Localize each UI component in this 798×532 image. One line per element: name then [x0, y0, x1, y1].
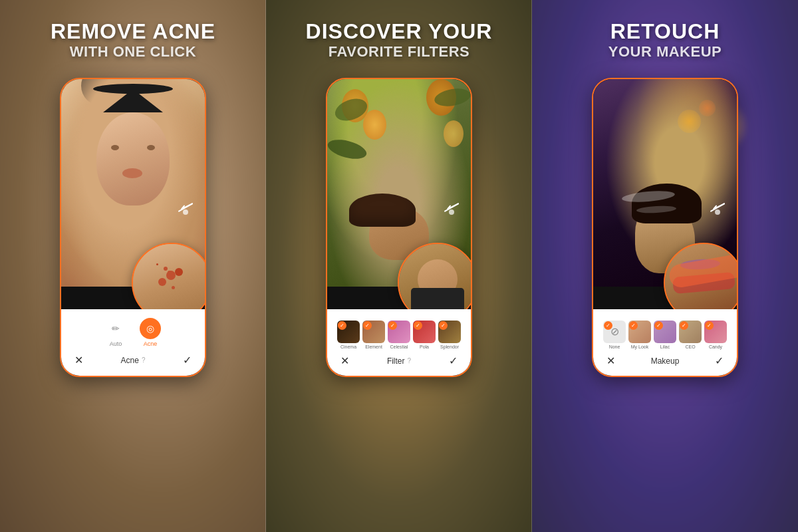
toolbar-cancel-3[interactable]: ✕ — [606, 354, 615, 367]
phone-frame-3: ✓ ⊘ None ✓ My Look — [592, 78, 738, 377]
makeup-none[interactable]: ✓ ⊘ None — [603, 321, 626, 349]
panel-makeup: RETOUCH YOUR MAKEUP — [532, 0, 798, 532]
phone-screen-3: ✓ ⊘ None ✓ My Look — [593, 79, 737, 376]
panel-1-headline: REMOVE ACNE WITH ONE CLICK — [37, 0, 229, 71]
makeup-mylook-img: ✓ — [628, 321, 651, 343]
filter-thumbnails: ✓ Cinema ✓ Element — [334, 317, 464, 349]
toolbar-confirm-1[interactable]: ✓ — [183, 354, 192, 366]
phone-toolbar-2: ✓ Cinema ✓ Element — [327, 309, 471, 376]
phone-frame-2: ✓ Cinema ✓ Element — [326, 78, 472, 377]
panel-2-headline-main: DISCOVER YOUR — [306, 20, 493, 43]
filter-cinema-img: ✓ — [337, 321, 360, 343]
filter-element-label: Element — [365, 344, 382, 349]
panel-3-content: RETOUCH YOUR MAKEUP — [532, 0, 798, 532]
filter-splendor[interactable]: ✓ Splendor — [438, 321, 461, 349]
tool-acne[interactable]: ◎ Acne — [140, 318, 161, 347]
toolbar-bottom-3: ✕ Makeup ✓ — [600, 354, 730, 367]
filter-splendor-label: Splendor — [440, 344, 459, 349]
makeup-lilac[interactable]: ✓ Lilac — [654, 321, 676, 349]
toolbar-cancel-2[interactable]: ✕ — [340, 354, 349, 367]
makeup-candy-img: ✓ — [704, 321, 727, 343]
app-container: REMOVE ACNE WITH ONE CLICK — [0, 0, 798, 532]
filter-pola-label: Pola — [420, 344, 429, 349]
makeup-mylook[interactable]: ✓ My Look — [628, 321, 651, 349]
makeup-thumbnails: ✓ ⊘ None ✓ My Look — [600, 317, 730, 349]
panel-1-headline-main: REMOVE ACNE — [51, 20, 215, 43]
phone-screen-2: ✓ Cinema ✓ Element — [327, 79, 471, 376]
filter-pola-img: ✓ — [413, 321, 436, 343]
makeup-candy[interactable]: ✓ Candy — [704, 321, 727, 349]
phone-screen-1: ✏ Auto ◎ Acne ✕ Acne — [61, 79, 205, 376]
makeup-mylook-label: My Look — [631, 344, 648, 349]
panel-acne: REMOVE ACNE WITH ONE CLICK — [0, 0, 266, 532]
toolbar-bottom-1: ✕ Acne ? ✓ — [68, 354, 198, 366]
toolbar-title-3: Makeup — [651, 356, 680, 366]
panel-2-content: DISCOVER YOUR FAVORITE FILTERS — [266, 0, 532, 532]
dot-indicator-3 — [715, 209, 720, 215]
filter-cinema[interactable]: ✓ Cinema — [337, 321, 360, 349]
tool-acne-icon: ◎ — [140, 318, 161, 339]
makeup-none-label: None — [609, 344, 620, 349]
tool-auto-icon: ✏ — [105, 318, 126, 339]
makeup-none-img: ✓ ⊘ — [603, 321, 626, 343]
makeup-ceo-img: ✓ — [679, 321, 702, 343]
filter-splendor-img: ✓ — [438, 321, 461, 343]
toolbar-bottom-2: ✕ Filter ? ✓ — [334, 354, 464, 367]
toolbar-title-1: Acne ? — [121, 356, 146, 365]
filter-element-img: ✓ — [362, 321, 385, 343]
panel-2-headline-sub: FAVORITE FILTERS — [306, 43, 493, 61]
panel-1-headline-sub: WITH ONE CLICK — [51, 43, 215, 61]
makeup-candy-label: Candy — [709, 344, 722, 349]
panel-1-content: REMOVE ACNE WITH ONE CLICK — [0, 0, 266, 532]
dot-indicator-1 — [183, 209, 188, 215]
swipe-arrow-3 — [700, 198, 727, 220]
swipe-arrow-2 — [434, 198, 461, 220]
toolbar-confirm-3[interactable]: ✓ — [715, 354, 724, 367]
toolbar-cancel-1[interactable]: ✕ — [74, 354, 83, 366]
panel-3-headline-main: RETOUCH — [608, 20, 722, 43]
tool-acne-label: Acne — [144, 340, 158, 347]
makeup-lilac-img: ✓ — [654, 321, 676, 343]
dot-indicator-2 — [449, 209, 454, 215]
phone-frame-1: ✏ Auto ◎ Acne ✕ Acne — [60, 78, 206, 377]
panel-3-headline: RETOUCH YOUR MAKEUP — [595, 0, 735, 71]
filter-element[interactable]: ✓ Element — [362, 321, 385, 349]
filter-celestial[interactable]: ✓ Celestial — [388, 321, 410, 349]
filter-pola[interactable]: ✓ Pola — [413, 321, 436, 349]
filter-cinema-label: Cinema — [340, 344, 356, 349]
toolbar-confirm-2[interactable]: ✓ — [449, 354, 458, 367]
tool-auto-label: Auto — [110, 340, 122, 347]
filter-celestial-label: Celestial — [390, 344, 408, 349]
face-area-1 — [90, 89, 176, 202]
makeup-ceo-label: CEO — [685, 344, 695, 349]
phone-toolbar-1: ✏ Auto ◎ Acne ✕ Acne — [61, 309, 205, 376]
panel-2-headline: DISCOVER YOUR FAVORITE FILTERS — [293, 0, 506, 71]
panel-filters: DISCOVER YOUR FAVORITE FILTERS — [266, 0, 532, 532]
makeup-lilac-label: Lilac — [660, 344, 670, 349]
filter-celestial-img: ✓ — [388, 321, 410, 343]
phone-toolbar-3: ✓ ⊘ None ✓ My Look — [593, 309, 737, 376]
toolbar-title-2: Filter ? — [387, 356, 411, 366]
tool-auto[interactable]: ✏ Auto — [105, 318, 126, 347]
swipe-arrow-1 — [168, 198, 195, 220]
panel-3-headline-sub: YOUR MAKEUP — [608, 43, 722, 61]
toolbar-icons-1: ✏ Auto ◎ Acne — [105, 318, 161, 347]
makeup-ceo[interactable]: ✓ CEO — [679, 321, 702, 349]
